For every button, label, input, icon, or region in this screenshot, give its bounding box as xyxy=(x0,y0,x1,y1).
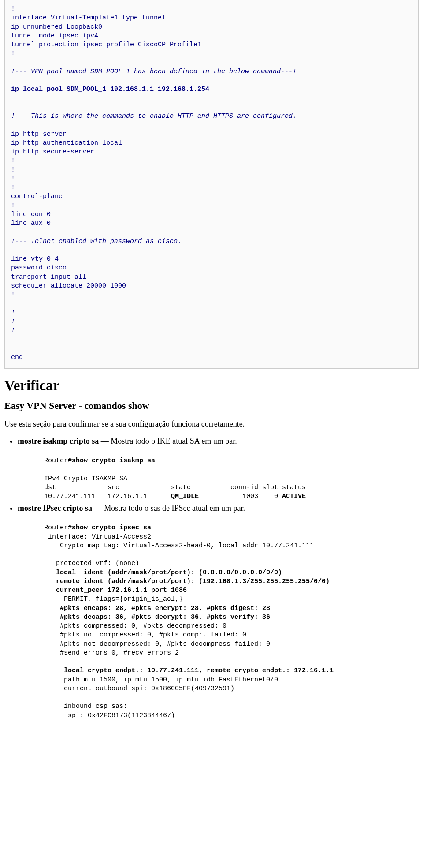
out-line: 1003 0 xyxy=(199,493,282,500)
list-item: mostre IPsec cripto sa — Mostra todo o s… xyxy=(18,504,419,720)
cfg-line: line vty 0 4 xyxy=(11,255,59,263)
out-bold: current_peer 172.16.1.1 port 1086 xyxy=(44,587,187,594)
out-bold: ACTIVE xyxy=(282,493,306,500)
out-bold: local ident (addr/mask/prot/port): (0.0.… xyxy=(44,569,282,576)
out-bold: #pkts encaps: 28, #pkts encrypt: 28, #pk… xyxy=(44,605,270,612)
out-cmd: show crypto isakmp sa xyxy=(72,457,155,464)
cfg-line: ip http secure-server xyxy=(11,148,94,156)
list-item: mostre isakmp cripto sa — Mostra todo o … xyxy=(18,437,419,501)
out-line: IPv4 Crypto ISAKMP SA xyxy=(44,475,127,483)
cfg-line: password cisco xyxy=(11,264,67,272)
cfg-line-bold: ip local pool SDM_POOL_1 192.168.1.1 192… xyxy=(11,86,209,93)
cfg-line: tunnel protection ipsec profile CiscoCP_… xyxy=(11,41,201,49)
cfg-comment: !--- This is where the commands to enabl… xyxy=(11,112,297,120)
cfg-line: interface Virtual-Template1 type tunnel xyxy=(11,14,166,22)
out-line: dst src state conn-id slot status xyxy=(44,484,306,491)
intro-paragraph: Use esta seção para confirmar se a sua c… xyxy=(4,419,419,429)
isakmp-output: Router#show crypto isakmp sa IPv4 Crypto… xyxy=(44,456,419,501)
out-line: interface: Virtual-Access2 xyxy=(44,533,151,541)
out-line: PERMIT, flags={origin_is_acl,} xyxy=(44,595,183,603)
cfg-line: ! xyxy=(11,50,15,57)
cfg-line: ! xyxy=(11,175,15,183)
out-line: Router# xyxy=(44,524,72,531)
cfg-line-italic: ! xyxy=(11,327,15,334)
cfg-line: line aux 0 xyxy=(11,220,51,227)
cfg-line: ip unnumbered Loopback0 xyxy=(11,23,102,31)
out-line: Crypto map tag: Virtual-Access2-head-0, … xyxy=(44,542,314,550)
cfg-line: tunnel mode ipsec ipv4 xyxy=(11,32,98,40)
cfg-line: line con 0 xyxy=(11,211,51,218)
cfg-line-italic: ! xyxy=(11,309,15,317)
cfg-line: end xyxy=(11,354,23,361)
cfg-line: scheduler allocate 20000 1000 xyxy=(11,282,126,290)
section-heading-verificar: Verificar xyxy=(4,378,419,394)
cfg-comment: !--- VPN pool named SDM_POOL_1 has been … xyxy=(11,68,297,75)
out-bold: #pkts decaps: 36, #pkts decrypt: 36, #pk… xyxy=(44,614,270,621)
cfg-line: transport input all xyxy=(11,273,86,281)
cfg-line: control-plane xyxy=(11,193,63,200)
cfg-line: ip http authentication local xyxy=(11,139,122,147)
cmd-desc: — Mostra todo o IKE atual SA em um par. xyxy=(99,437,237,445)
cfg-line-italic: ! xyxy=(11,318,15,326)
out-bold: remote ident (addr/mask/prot/port): (192… xyxy=(44,578,330,585)
ipsec-output: Router#show crypto ipsec sa interface: V… xyxy=(44,524,419,720)
cfg-comment: !--- Telnet enabled with password as cis… xyxy=(11,238,182,245)
cfg-line: ! xyxy=(11,157,15,165)
out-line: path mtu 1500, ip mtu 1500, ip mtu idb F… xyxy=(44,676,278,684)
out-bold: local crypto endpt.: 10.77.241.111, remo… xyxy=(44,667,334,674)
cfg-line: ! xyxy=(11,291,15,299)
out-line: #pkts compressed: 0, #pkts decompressed:… xyxy=(44,622,226,630)
out-line: inbound esp sas: xyxy=(44,703,127,710)
out-line: Router# xyxy=(44,457,72,464)
cfg-line: ! xyxy=(11,184,15,191)
out-line: 10.77.241.111 172.16.1.1 xyxy=(44,493,171,500)
cmd-name: mostre IPsec cripto sa xyxy=(18,504,92,513)
cmd-name: mostre isakmp cripto sa xyxy=(18,437,99,445)
subsection-heading-show: Easy VPN Server - comandos show xyxy=(4,400,419,412)
out-line: #pkts not compressed: 0, #pkts compr. fa… xyxy=(44,631,246,639)
out-line: spi: 0x42FC8173(1123844467) xyxy=(44,712,175,719)
show-commands-list: mostre isakmp cripto sa — Mostra todo o … xyxy=(4,437,419,720)
out-line: #send errors 0, #recv errors 2 xyxy=(44,649,179,657)
cfg-line: ip http server xyxy=(11,131,67,138)
config-pre: ! interface Virtual-Template1 type tunne… xyxy=(11,5,412,362)
router-config-block: ! interface Virtual-Template1 type tunne… xyxy=(4,0,419,369)
cfg-line: ! xyxy=(11,202,15,210)
out-line: protected vrf: (none) xyxy=(44,560,139,567)
cfg-line: ! xyxy=(11,166,15,174)
out-line: #pkts not decompressed: 0, #pkts decompr… xyxy=(44,640,270,648)
cmd-desc: — Mostra todo o sas de IPSec atual em um… xyxy=(92,504,245,513)
cfg-line: ! xyxy=(11,5,15,13)
out-cmd: show crypto ipsec sa xyxy=(72,524,151,531)
out-bold: QM_IDLE xyxy=(171,493,199,500)
out-line: current outbound spi: 0x186C05EF(4097325… xyxy=(44,685,234,692)
